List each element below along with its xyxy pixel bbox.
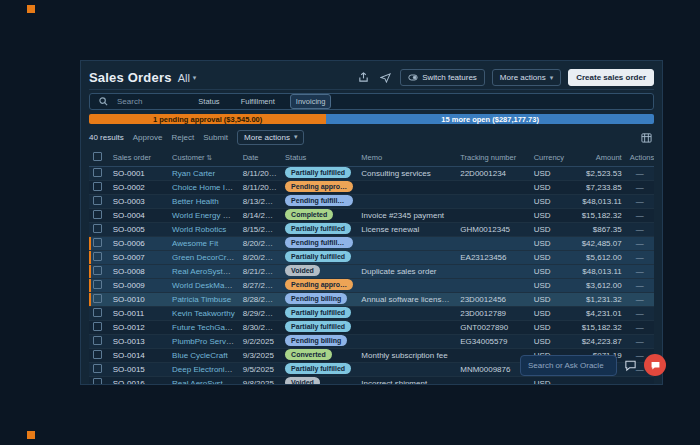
cell-actions[interactable]: — — [626, 265, 654, 279]
cell-customer[interactable]: PlumbPro Services — [172, 337, 239, 346]
summary-segment[interactable]: 1 pending approval ($3,545.00) — [89, 114, 326, 124]
column-header-date[interactable]: Date — [239, 149, 281, 167]
cell-customer[interactable]: Ryan Carter — [172, 169, 215, 178]
cell-customer[interactable]: World Robotics — [172, 225, 226, 234]
cell-customer[interactable]: Awesome Fit — [172, 239, 218, 248]
column-header-amount[interactable]: Amount — [566, 149, 625, 167]
cell-sales-order[interactable]: SO-0013 — [113, 337, 145, 346]
cell-customer[interactable]: Choice Home Innovations — [172, 183, 239, 192]
cell-customer[interactable]: Future TechGadgets — [172, 323, 239, 332]
row-checkbox[interactable] — [93, 168, 102, 177]
assistant-fab-button[interactable] — [644, 354, 666, 376]
row-checkbox[interactable] — [93, 378, 102, 385]
cell-sales-order[interactable]: SO-0008 — [113, 267, 145, 276]
cell-actions[interactable]: — — [626, 307, 654, 321]
row-checkbox[interactable] — [93, 224, 102, 233]
cell-sales-order[interactable]: SO-0002 — [113, 183, 145, 192]
cell-customer[interactable]: Real AeroSystems — [172, 267, 238, 276]
column-header-currency[interactable]: Currency — [530, 149, 567, 167]
chat-bubble-icon[interactable] — [623, 358, 638, 373]
view-selector[interactable]: All ▾ — [178, 72, 197, 84]
table-row[interactable]: SO-0010 Patricia Timbuse 8/28/2025 Pendi… — [89, 293, 654, 307]
reject-button[interactable]: Reject — [171, 133, 194, 142]
cell-sales-order[interactable]: SO-0014 — [113, 351, 145, 360]
table-row[interactable]: SO-0002 Choice Home Innovations 8/11/202… — [89, 181, 654, 195]
column-header-actions[interactable]: Actions — [626, 149, 654, 167]
table-row[interactable]: SO-0009 World DeskMasters 8/27/2025 Pend… — [89, 279, 654, 293]
table-row[interactable]: SO-0003 Better Health 8/13/2025 Pending … — [89, 195, 654, 209]
summary-segment[interactable]: 15 more open ($287,177.73) — [326, 114, 654, 124]
select-all-checkbox[interactable] — [93, 152, 102, 161]
ask-oracle-input[interactable]: Search or Ask Oracle — [520, 355, 617, 376]
cell-actions[interactable]: — — [626, 293, 654, 307]
cell-actions[interactable]: — — [626, 321, 654, 335]
cell-sales-order[interactable]: SO-0015 — [113, 365, 145, 374]
cell-customer[interactable]: Blue CycleCraft — [172, 351, 228, 360]
cell-sales-order[interactable]: SO-0010 — [113, 295, 145, 304]
table-row[interactable]: SO-0001 Ryan Carter 8/11/2025 Partially … — [89, 167, 654, 181]
cell-customer[interactable]: Deep Electronics Co. — [172, 365, 239, 374]
table-row[interactable]: SO-0011 Kevin Teakworthy 8/29/2025 Parti… — [89, 307, 654, 321]
column-header-memo[interactable]: Memo — [357, 149, 456, 167]
cell-sales-order[interactable]: SO-0004 — [113, 211, 145, 220]
cell-sales-order[interactable]: SO-0003 — [113, 197, 145, 206]
column-header-customer[interactable]: Customer⇅ — [168, 149, 239, 167]
column-header-status[interactable]: Status — [281, 149, 357, 167]
row-checkbox[interactable] — [93, 280, 102, 289]
filter-tab-status[interactable]: Status — [192, 94, 225, 109]
cell-customer[interactable]: Patricia Timbuse — [172, 295, 231, 304]
cell-actions[interactable]: — — [626, 167, 654, 181]
cell-customer[interactable]: World Energy Solutions — [172, 211, 239, 220]
switch-features-button[interactable]: Switch features — [400, 69, 485, 86]
create-sales-order-button[interactable]: Create sales order — [568, 69, 654, 86]
row-checkbox[interactable] — [93, 182, 102, 191]
submit-button[interactable]: Submit — [203, 133, 228, 142]
filter-tab-fulfillment[interactable]: Fulfillment — [235, 94, 281, 109]
row-checkbox[interactable] — [93, 308, 102, 317]
cell-actions[interactable]: — — [626, 279, 654, 293]
table-row[interactable]: SO-0012 Future TechGadgets 8/30/2025 Par… — [89, 321, 654, 335]
cell-actions[interactable]: — — [626, 223, 654, 237]
cell-sales-order[interactable]: SO-0016 — [113, 379, 145, 385]
send-icon[interactable] — [378, 71, 393, 85]
cell-sales-order[interactable]: SO-0001 — [113, 169, 145, 178]
row-checkbox[interactable] — [93, 322, 102, 331]
column-header-tracking-number[interactable]: Tracking number — [456, 149, 529, 167]
cell-actions[interactable]: — — [626, 209, 654, 223]
search-input[interactable]: Search StatusFulfillmentInvoicing — [89, 93, 654, 110]
row-checkbox[interactable] — [93, 350, 102, 359]
table-row[interactable]: SO-0013 PlumbPro Services 9/2/2025 Pendi… — [89, 335, 654, 349]
cell-sales-order[interactable]: SO-0006 — [113, 239, 145, 248]
table-row[interactable]: SO-0008 Real AeroSystems 8/21/2025 Voide… — [89, 265, 654, 279]
cell-sales-order[interactable]: SO-0011 — [113, 309, 144, 318]
cell-actions[interactable]: — — [626, 335, 654, 349]
row-checkbox[interactable] — [93, 364, 102, 373]
row-checkbox[interactable] — [93, 210, 102, 219]
approve-button[interactable]: Approve — [133, 133, 163, 142]
table-row[interactable]: SO-0006 Awesome Fit 8/20/2025 Pending fu… — [89, 237, 654, 251]
cell-customer[interactable]: Kevin Teakworthy — [172, 309, 235, 318]
row-checkbox[interactable] — [93, 238, 102, 247]
filter-tab-invoicing[interactable]: Invoicing — [290, 94, 332, 109]
more-actions-button-toolbar[interactable]: More actions ▾ — [237, 130, 304, 145]
cell-actions[interactable]: — — [626, 181, 654, 195]
cell-sales-order[interactable]: SO-0012 — [113, 323, 145, 332]
row-checkbox[interactable] — [93, 252, 102, 261]
export-icon[interactable] — [356, 71, 371, 85]
row-checkbox[interactable] — [93, 196, 102, 205]
cell-actions[interactable]: — — [626, 237, 654, 251]
column-header-sales-order[interactable]: Sales order — [109, 149, 168, 167]
cell-customer[interactable]: World DeskMasters — [172, 281, 239, 290]
cell-customer[interactable]: Real AeroSystems — [172, 379, 238, 385]
table-row[interactable]: SO-0005 World Robotics 8/15/2025 Partial… — [89, 223, 654, 237]
row-checkbox[interactable] — [93, 294, 102, 303]
row-checkbox[interactable] — [93, 266, 102, 275]
more-actions-button-top[interactable]: More actions ▾ — [492, 69, 561, 86]
row-checkbox[interactable] — [93, 336, 102, 345]
table-row[interactable]: SO-0004 World Energy Solutions 8/14/2025… — [89, 209, 654, 223]
table-row[interactable]: SO-0007 Green DecorCrafters 8/20/2025 Pa… — [89, 251, 654, 265]
cell-actions[interactable]: — — [626, 195, 654, 209]
table-settings-icon[interactable] — [639, 130, 654, 144]
cell-sales-order[interactable]: SO-0007 — [113, 253, 145, 262]
cell-sales-order[interactable]: SO-0009 — [113, 281, 145, 290]
